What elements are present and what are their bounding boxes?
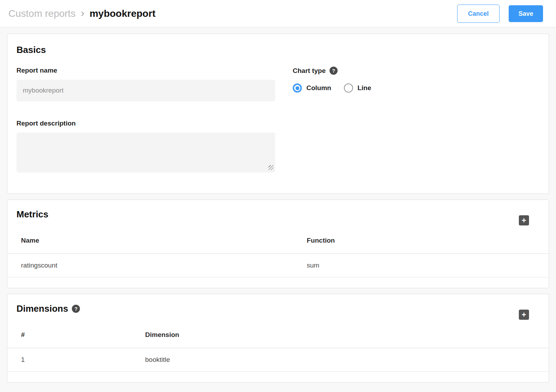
- add-metric-button[interactable]: +: [519, 215, 529, 225]
- help-icon[interactable]: ?: [330, 67, 338, 75]
- dimensions-table: # Dimension 1 booktitle: [7, 321, 549, 372]
- metrics-card: Metrics + Name Function ratingscount sum: [7, 200, 549, 288]
- metrics-table: Name Function ratingscount sum: [7, 227, 549, 277]
- cancel-button[interactable]: Cancel: [457, 5, 500, 23]
- resize-handle-icon[interactable]: [269, 165, 273, 170]
- metrics-table-header: Name Function: [7, 227, 549, 254]
- dimensions-card-head: Dimensions ? +: [7, 294, 549, 320]
- metrics-card-head: Metrics +: [7, 200, 549, 225]
- chart-type-column-label: Column: [306, 84, 331, 92]
- report-name-label: Report name: [16, 67, 275, 74]
- radio-button-icon: [344, 83, 353, 93]
- metric-function-cell: sum: [307, 262, 549, 269]
- basics-card: Basics Report name Report description Ch…: [7, 34, 549, 194]
- report-description-textarea[interactable]: [16, 133, 275, 173]
- report-description-wrap: [16, 133, 275, 173]
- dimensions-header-index: #: [21, 331, 145, 339]
- chart-type-line-radio[interactable]: Line: [344, 83, 371, 93]
- report-name-input[interactable]: [16, 80, 275, 101]
- metrics-title-row: Metrics: [16, 209, 48, 220]
- dimension-name-cell: booktitle: [145, 356, 549, 364]
- report-description-field: Report description: [16, 120, 275, 173]
- dimensions-table-row[interactable]: 1 booktitle: [7, 348, 549, 372]
- breadcrumb: Custom reports › mybookreport: [8, 8, 156, 20]
- help-icon[interactable]: ?: [72, 305, 80, 313]
- basics-right-column: Chart type ? Column Line: [293, 67, 540, 93]
- metrics-table-row[interactable]: ratingscount sum: [7, 254, 549, 277]
- save-button[interactable]: Save: [509, 5, 543, 22]
- dimensions-card: Dimensions ? + # Dimension 1 booktitle: [7, 294, 549, 383]
- metric-name-cell: ratingscount: [21, 262, 307, 269]
- metrics-header-function: Function: [307, 237, 549, 244]
- dimensions-header-dimension: Dimension: [145, 331, 549, 339]
- chart-type-label: Chart type: [293, 67, 326, 75]
- basics-left-column: Report name Report description: [16, 67, 275, 173]
- header: Custom reports › mybookreport Cancel Sav…: [0, 0, 556, 27]
- chevron-right-icon: ›: [81, 7, 84, 19]
- metrics-title: Metrics: [16, 209, 48, 220]
- report-description-label: Report description: [16, 120, 275, 127]
- dimensions-title-row: Dimensions ?: [16, 303, 80, 314]
- add-dimension-button[interactable]: +: [519, 310, 529, 320]
- breadcrumb-current: mybookreport: [89, 8, 155, 19]
- basics-title: Basics: [16, 45, 540, 55]
- dimensions-title: Dimensions: [16, 303, 68, 314]
- metrics-header-name: Name: [21, 237, 307, 244]
- chart-type-radio-group: Column Line: [293, 83, 540, 93]
- radio-button-icon: [293, 83, 302, 93]
- header-actions: Cancel Save: [457, 5, 543, 23]
- dimensions-table-header: # Dimension: [7, 321, 549, 348]
- basics-grid: Report name Report description Chart typ…: [16, 67, 540, 173]
- chart-type-column-radio[interactable]: Column: [293, 83, 331, 93]
- breadcrumb-parent-link[interactable]: Custom reports: [8, 8, 75, 19]
- main-content: Basics Report name Report description Ch…: [0, 27, 556, 383]
- dimension-index-cell: 1: [21, 356, 145, 364]
- chart-type-label-row: Chart type ?: [293, 67, 540, 75]
- chart-type-line-label: Line: [358, 84, 371, 92]
